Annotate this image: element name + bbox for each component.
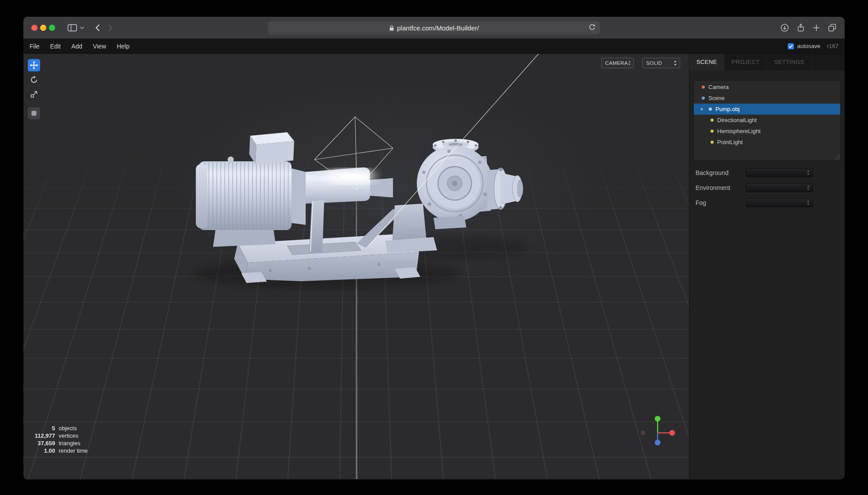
sidebar-toggle-icon (67, 24, 77, 32)
environment-row: Environment (689, 182, 845, 195)
autosave-checkbox[interactable] (788, 43, 794, 49)
traffic-lights (31, 25, 55, 31)
square-icon (30, 109, 38, 118)
scene-properties: Background Environment (689, 167, 845, 212)
axis-z-dot[interactable] (655, 440, 661, 446)
menu-bar: File Edit Add View Help autosave r167 (23, 39, 845, 54)
forward-icon (108, 24, 113, 32)
menu-help[interactable]: Help (112, 39, 135, 54)
stat-label: vertices (59, 432, 88, 439)
outliner-label: Pump.obj (715, 106, 740, 112)
outliner-item-directionallight[interactable]: DirectionalLight (694, 115, 840, 126)
scene-outliner: Camera Scene + Pump.obj DirectionalLight (693, 80, 841, 160)
viewport-3d[interactable]: CAMERA SOLID 5 objects 112,977 ver (23, 54, 689, 479)
scene-stats: 5 objects 112,977 vertices 37,659 triang… (33, 424, 88, 454)
expand-toggle[interactable]: + (698, 106, 705, 112)
downloads-icon (780, 23, 789, 32)
outliner-label: Camera (708, 84, 729, 90)
translate-tool-button[interactable] (28, 59, 40, 71)
outliner-label: Scene (708, 95, 725, 101)
outliner-item-camera[interactable]: Camera (694, 82, 840, 93)
stepper-icon (807, 200, 810, 205)
stepper-icon (673, 60, 677, 66)
menu-edit[interactable]: Edit (45, 39, 66, 54)
outliner-item-pump-obj[interactable]: + Pump.obj (694, 104, 840, 115)
object-dot-icon (709, 108, 712, 111)
model-builder-app: File Edit Add View Help autosave r167 (23, 39, 845, 480)
new-tab-button[interactable] (812, 24, 820, 32)
ground-grid (23, 54, 689, 479)
shading-select[interactable]: SOLID (642, 58, 680, 68)
outliner-item-pointlight[interactable]: PointLight (694, 137, 840, 148)
zoom-button[interactable] (49, 25, 55, 31)
chevron-down-icon (80, 26, 84, 29)
sidebar-menu-button[interactable] (80, 26, 84, 29)
forward-button[interactable] (108, 24, 113, 32)
toolbar-right-icons (780, 23, 837, 32)
downloads-button[interactable] (780, 23, 789, 32)
close-button[interactable] (31, 25, 37, 31)
fog-label: Fog (696, 199, 706, 206)
lock-icon (389, 25, 394, 31)
camera-dot-icon (702, 86, 705, 89)
axis-orientation-gizmo[interactable] (631, 406, 684, 459)
scale-tool-button[interactable] (28, 88, 40, 100)
viewport-toolbar (28, 59, 40, 119)
environment-select[interactable] (746, 183, 813, 192)
light-dot-icon (711, 130, 714, 133)
outliner-resize-grip[interactable] (834, 153, 840, 160)
stat-label: objects (59, 424, 88, 432)
translate-icon (30, 61, 38, 70)
menu-file[interactable]: File (24, 39, 45, 54)
background-label: Background (696, 169, 729, 176)
rotate-icon (30, 75, 38, 84)
browser-window: plantfce.com/Model-Builder/ (23, 17, 845, 480)
outliner-item-scene[interactable]: Scene (694, 93, 840, 104)
axis-negx-dot[interactable] (641, 431, 646, 435)
back-icon (95, 24, 100, 32)
outliner-item-hemispherelight[interactable]: HemisphereLight (694, 126, 840, 137)
tab-overview-button[interactable] (828, 23, 837, 32)
axis-x-dot[interactable] (670, 430, 675, 436)
fog-row: Fog (689, 197, 845, 210)
camera-select[interactable]: CAMERA (601, 58, 634, 68)
stat-value: 5 (33, 424, 55, 432)
axis-y-dot[interactable] (655, 416, 661, 422)
menu-view[interactable]: View (88, 39, 112, 54)
sidebar-toggle-button[interactable] (67, 24, 77, 32)
light-dot-icon (711, 141, 714, 144)
reload-icon (588, 23, 596, 31)
stat-value: 1.00 (33, 447, 55, 454)
stat-label: triangles (59, 439, 88, 447)
environment-label: Environment (696, 184, 730, 191)
light-dot-icon (711, 119, 714, 122)
local-world-toggle-button[interactable] (28, 107, 40, 119)
background-select[interactable] (746, 168, 813, 177)
stat-value: 37,659 (33, 439, 55, 447)
menu-add[interactable]: Add (66, 39, 88, 54)
tab-overview-icon (828, 23, 837, 32)
autosave-label: autosave (797, 43, 820, 49)
fog-select[interactable] (746, 198, 813, 207)
tab-scene[interactable]: SCENE (689, 54, 725, 71)
reload-button[interactable] (588, 23, 596, 31)
minimize-button[interactable] (40, 25, 46, 31)
check-icon (789, 45, 793, 48)
stat-value: 112,977 (33, 432, 55, 439)
camera-select-value: CAMERA (605, 60, 628, 66)
back-button[interactable] (95, 24, 100, 32)
background-row: Background (689, 167, 845, 180)
stepper-icon (807, 170, 810, 175)
scene-dot-icon (702, 97, 705, 100)
tab-settings[interactable]: SETTINGS (767, 54, 812, 71)
stepper-icon (807, 185, 810, 190)
panel-tabs: SCENE PROJECT SETTINGS (689, 54, 845, 71)
share-icon (797, 23, 805, 32)
shading-select-value: SOLID (646, 60, 662, 66)
share-button[interactable] (797, 23, 805, 32)
tab-project[interactable]: PROJECT (725, 54, 767, 71)
stat-label: render time (59, 447, 88, 454)
url-bar[interactable]: plantfce.com/Model-Builder/ (268, 21, 600, 34)
outliner-label: DirectionalLight (717, 117, 757, 123)
rotate-tool-button[interactable] (28, 74, 40, 86)
